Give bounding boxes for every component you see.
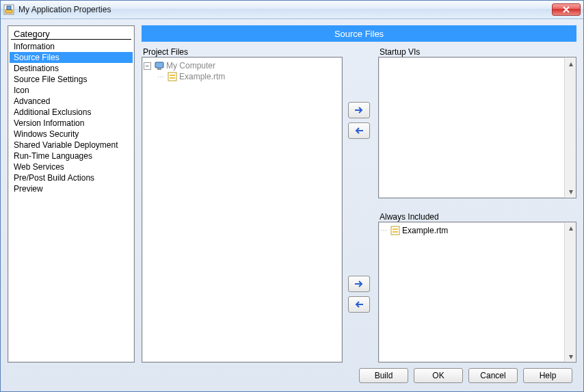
- window-title: My Application Properties: [18, 5, 552, 14]
- project-files-tree: − My Computer ⋯: [142, 57, 342, 85]
- add-to-startup-button[interactable]: [348, 102, 370, 118]
- category-item[interactable]: Information: [10, 41, 133, 52]
- build-button[interactable]: Build: [359, 368, 408, 383]
- app-icon: [3, 4, 14, 15]
- startup-transfer-buttons: [348, 102, 373, 139]
- dialog-content: Category InformationSource FilesDestinat…: [1, 19, 583, 391]
- always-included-block: Always Included ⋯ Example.rtm: [378, 212, 576, 363]
- arrow-right-icon: [354, 107, 364, 114]
- list-item-label: Example.rtm: [402, 226, 448, 235]
- tree-node-child[interactable]: ⋯ Example.rtm: [144, 71, 341, 82]
- remove-from-startup-button[interactable]: [348, 122, 370, 139]
- always-included-label: Always Included: [378, 212, 576, 222]
- svg-rect-5: [168, 73, 176, 81]
- file-rtm-icon: [390, 225, 401, 236]
- properties-dialog: My Application Properties Category Infor…: [0, 0, 584, 392]
- startup-vis-label: Startup VIs: [378, 47, 576, 57]
- category-item[interactable]: Advanced: [10, 96, 133, 107]
- tree-node-root[interactable]: − My Computer: [144, 60, 341, 71]
- category-item[interactable]: Pre/Post Build Actions: [10, 172, 133, 183]
- svg-rect-10: [393, 231, 398, 233]
- category-item[interactable]: Run-Time Languages: [10, 151, 133, 161]
- section-banner: Source Files: [142, 25, 576, 42]
- file-rtm-icon: [167, 71, 178, 82]
- category-item[interactable]: Icon: [10, 85, 133, 96]
- add-to-always-button[interactable]: [348, 276, 370, 292]
- always-transfer-buttons: [348, 276, 373, 313]
- svg-rect-7: [170, 77, 175, 79]
- arrow-left-icon: [354, 301, 364, 308]
- tree-connector-icon: ⋯: [157, 73, 164, 81]
- panels-row: Project Files − My Computer: [142, 47, 576, 363]
- svg-rect-9: [393, 228, 398, 230]
- destination-column: Startup VIs ▴ ▾ Always Included: [378, 47, 576, 363]
- category-item[interactable]: Shared Variable Deployment: [10, 140, 133, 151]
- project-files-box[interactable]: − My Computer ⋯: [142, 57, 343, 363]
- computer-icon: [154, 60, 165, 71]
- cancel-button[interactable]: Cancel: [468, 368, 518, 383]
- titlebar[interactable]: My Application Properties: [1, 1, 583, 19]
- help-button[interactable]: Help: [523, 368, 572, 383]
- scroll-down-icon[interactable]: ▾: [565, 350, 576, 362]
- scroll-up-icon[interactable]: ▴: [565, 57, 576, 69]
- svg-rect-8: [391, 226, 399, 235]
- category-item[interactable]: Web Services: [10, 161, 133, 172]
- startup-vis-box[interactable]: ▴ ▾: [378, 57, 576, 198]
- svg-rect-6: [170, 75, 175, 76]
- svg-rect-2: [7, 6, 11, 10]
- category-item[interactable]: Destinations: [10, 63, 133, 74]
- scroll-down-icon[interactable]: ▾: [565, 186, 576, 198]
- arrow-right-icon: [354, 280, 364, 287]
- dialog-button-row: Build OK Cancel Help: [8, 368, 576, 384]
- category-list[interactable]: InformationSource FilesDestinationsSourc…: [10, 41, 133, 361]
- tree-node-label: Example.rtm: [179, 72, 225, 81]
- close-icon: [563, 6, 570, 13]
- project-files-column: Project Files − My Computer: [142, 47, 343, 363]
- close-button[interactable]: [552, 3, 581, 16]
- arrow-left-icon: [354, 127, 364, 134]
- right-area: Source Files Project Files −: [142, 25, 576, 363]
- ok-button[interactable]: OK: [414, 368, 463, 383]
- remove-from-always-button[interactable]: [348, 296, 370, 313]
- tree-node-label: My Computer: [166, 61, 215, 70]
- category-panel: Category InformationSource FilesDestinat…: [8, 25, 135, 363]
- scrollbar[interactable]: ▴ ▾: [564, 222, 576, 363]
- scrollbar[interactable]: ▴ ▾: [564, 57, 576, 198]
- svg-rect-1: [5, 10, 12, 13]
- main-row: Category InformationSource FilesDestinat…: [8, 25, 576, 363]
- category-item[interactable]: Additional Exclusions: [10, 107, 133, 118]
- category-item[interactable]: Preview: [10, 183, 133, 194]
- tree-connector-icon: ⋯: [380, 226, 387, 234]
- always-included-box[interactable]: ⋯ Example.rtm ▴ ▾: [378, 222, 576, 363]
- svg-rect-4: [157, 68, 161, 70]
- list-item[interactable]: ⋯ Example.rtm: [380, 225, 574, 236]
- category-item[interactable]: Version Information: [10, 118, 133, 129]
- scroll-up-icon[interactable]: ▴: [565, 222, 576, 234]
- category-item[interactable]: Windows Security: [10, 129, 133, 140]
- category-item[interactable]: Source File Settings: [10, 74, 133, 85]
- project-files-label: Project Files: [142, 47, 343, 57]
- expander-minus-icon[interactable]: −: [144, 62, 151, 70]
- category-item[interactable]: Source Files: [10, 52, 133, 63]
- category-header: Category: [11, 27, 131, 40]
- svg-rect-3: [155, 62, 163, 68]
- transfer-buttons-column: [348, 47, 373, 363]
- startup-vis-block: Startup VIs ▴ ▾: [378, 47, 576, 198]
- always-included-list: ⋯ Example.rtm: [379, 222, 576, 239]
